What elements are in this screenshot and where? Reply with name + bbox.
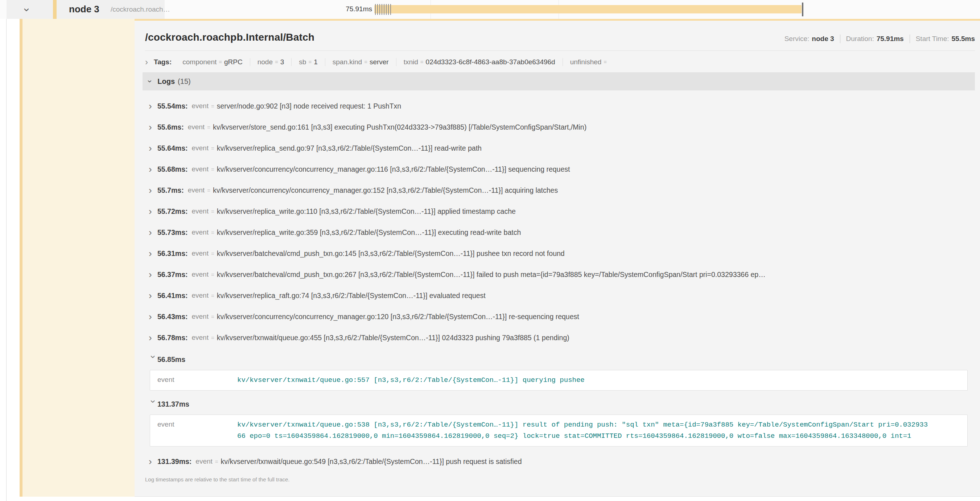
log-row[interactable]: ›55.54ms:event=server/node.go:902 [n3] n… [149, 96, 975, 116]
tag-item[interactable]: txnid=024d3323-6c8f-4863-aa8b-37ab0e6349… [396, 58, 563, 66]
meta-separator [840, 35, 840, 43]
log-row[interactable]: ›131.39ms:event=kv/kvserver/txnwait/queu… [149, 451, 975, 472]
trace-detail-page: › node 3 /cockroach.roach… 75.91ms /cock… [0, 0, 980, 501]
log-timestamp: 131.37ms [158, 400, 189, 408]
expand-chevron-icon[interactable]: › [149, 456, 158, 467]
service-label: Service: [784, 35, 810, 43]
log-field-name: event [158, 419, 237, 442]
log-message: kv/kvserver/batcheval/cmd_push_txn.go:26… [217, 270, 975, 279]
duration-value: 75.91ms [877, 35, 904, 43]
span-duration-bar[interactable] [374, 5, 802, 13]
log-row[interactable]: ›56.78ms:event=kv/kvserver/txnwait/queue… [149, 327, 975, 348]
log-message: kv/kvserver/replica_raft.go:74 [n3,s3,r6… [217, 292, 975, 300]
start-time-label: Start Time: [916, 35, 949, 43]
log-message: kv/kvserver/store_send.go:161 [n3,s3] ex… [213, 123, 975, 131]
equals-sign: = [275, 59, 278, 65]
log-row[interactable]: ›55.6ms:event=kv/kvserver/store_send.go:… [149, 116, 975, 137]
logs-header[interactable]: › Logs (15) [143, 72, 975, 90]
duration-label: Duration: [846, 35, 874, 43]
tag-item[interactable]: sb=1 [291, 58, 325, 66]
expand-chevron-icon[interactable]: › [149, 101, 158, 112]
log-message: kv/kvserver/batcheval/cmd_push_txn.go:14… [217, 249, 975, 258]
expand-chevron-icon[interactable]: › [149, 185, 158, 196]
expand-chevron-icon[interactable]: › [149, 227, 158, 238]
log-message: kv/kvserver/replica_write.go:110 [n3,s3,… [217, 207, 975, 215]
expand-chevron-icon[interactable]: › [149, 248, 158, 259]
span-row[interactable]: › node 3 /cockroach.roach… 75.91ms [0, 0, 980, 19]
expand-chevron-icon[interactable]: › [149, 143, 158, 154]
tags-row[interactable]: › Tags: component=gRPCnode=3sb=1span.kin… [143, 51, 975, 72]
equals-sign: = [211, 230, 214, 236]
meta-separator [910, 35, 910, 43]
log-field-name: event [191, 102, 208, 110]
log-field-name: event [196, 458, 212, 466]
expand-chevron-icon[interactable]: › [149, 311, 158, 322]
equals-sign: = [364, 59, 368, 65]
log-timestamp: 55.64ms: [158, 144, 188, 153]
log-message: kv/kvserver/concurrency/concurrency_mana… [217, 165, 975, 174]
log-row[interactable]: ›56.41ms:event=kv/kvserver/replica_raft.… [149, 285, 975, 306]
expand-chevron-icon[interactable]: › [149, 332, 158, 343]
log-row[interactable]: ›55.64ms:event=kv/kvserver/replica_send.… [149, 137, 975, 159]
span-timeline[interactable]: 75.91ms [165, 0, 980, 19]
log-message: kv/kvserver/txnwait/queue.go:455 [n3,s3,… [217, 333, 975, 342]
expand-chevron-icon[interactable]: › [149, 269, 158, 280]
log-row[interactable]: ›55.7ms:event=kv/kvserver/concurrency/co… [149, 180, 975, 201]
expand-chevron-icon[interactable]: › [149, 206, 158, 217]
collapse-chevron-icon[interactable]: › [149, 400, 159, 408]
logs-count: (15) [178, 77, 191, 86]
equals-sign: = [211, 293, 214, 299]
collapse-chevron-icon[interactable]: › [21, 8, 33, 12]
collapse-chevron-icon[interactable]: › [149, 355, 159, 364]
collapse-chevron-icon[interactable]: › [145, 80, 154, 82]
log-timestamp: 56.31ms: [158, 249, 188, 258]
log-timestamp: 55.68ms: [158, 165, 188, 174]
log-row-expanded-header[interactable]: ›131.37ms [149, 395, 975, 413]
expand-chevron-icon[interactable]: › [149, 164, 158, 175]
equals-sign: = [211, 335, 214, 341]
logs-label: Logs [158, 77, 175, 86]
log-message: kv/kvserver/concurrency/concurrency_mana… [213, 186, 975, 195]
log-row[interactable]: ›55.73ms:event=kv/kvserver/replica_write… [149, 222, 975, 243]
log-timestamp: 56.78ms: [158, 333, 188, 342]
tag-item[interactable]: unfinished= [563, 58, 616, 66]
log-row[interactable]: ›55.72ms:event=kv/kvserver/replica_write… [149, 201, 975, 222]
column-divider [6, 0, 6, 501]
service-value: node 3 [812, 35, 834, 43]
tag-item[interactable]: component=gRPC [175, 58, 250, 66]
log-list: ›55.54ms:event=server/node.go:902 [n3] n… [143, 90, 975, 472]
log-row[interactable]: ›55.68ms:event=kv/kvserver/concurrency/c… [149, 159, 975, 180]
equals-sign: = [207, 187, 210, 193]
log-row[interactable]: ›56.31ms:event=kv/kvserver/batcheval/cmd… [149, 243, 975, 264]
log-field-value: kv/kvserver/txnwait/queue.go:557 [n3,s3,… [237, 375, 585, 386]
start-time-value: 55.5ms [952, 35, 975, 43]
log-field-name: event [191, 292, 208, 300]
equals-sign: = [603, 59, 607, 65]
log-row-expanded-header[interactable]: ›56.85ms [149, 350, 975, 369]
equals-sign: = [211, 166, 214, 172]
expand-chevron-icon[interactable]: › [145, 57, 148, 67]
tag-key: span.kind [332, 58, 362, 66]
log-timestamp: 55.6ms: [158, 123, 184, 131]
log-message: kv/kvserver/concurrency/concurrency_mana… [217, 313, 975, 321]
log-field-name: event [191, 333, 208, 341]
expand-chevron-icon[interactable]: › [149, 121, 158, 133]
log-timestamp: 56.41ms: [158, 292, 188, 300]
log-field-name: event [188, 123, 205, 131]
detail-color-bar [19, 19, 22, 497]
equals-sign: = [219, 59, 222, 65]
log-tick-marks-icon [375, 4, 391, 15]
tag-item[interactable]: span.kind=server [325, 58, 396, 66]
log-detail-card: eventkv/kvserver/txnwait/queue.go:557 [n… [150, 370, 968, 391]
log-field-name: event [191, 313, 208, 321]
log-row[interactable]: ›56.37ms:event=kv/kvserver/batcheval/cmd… [149, 264, 975, 285]
tag-value: server [369, 58, 389, 66]
log-field-value: kv/kvserver/txnwait/queue.go:538 [n3,s3,… [237, 419, 932, 442]
tag-key: node [258, 58, 273, 66]
span-name-cell[interactable]: › node 3 /cockroach.roach… [6, 0, 165, 19]
expand-chevron-icon[interactable]: › [149, 290, 158, 302]
log-row[interactable]: ›56.43ms:event=kv/kvserver/concurrency/c… [149, 306, 975, 327]
tag-item[interactable]: node=3 [250, 58, 292, 66]
log-entry-expanded: ›131.37mseventkv/kvserver/txnwait/queue.… [149, 395, 975, 447]
equals-sign: = [211, 271, 214, 278]
